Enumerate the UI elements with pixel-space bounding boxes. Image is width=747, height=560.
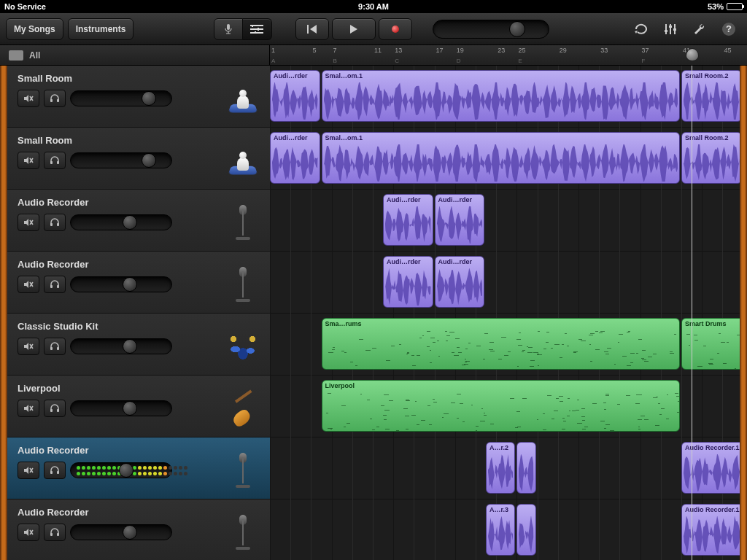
track-header[interactable]: Audio Recorder [7, 252, 270, 314]
volume-knob[interactable] [142, 153, 156, 168]
audio-region[interactable]: Audio Recorder.1 [681, 504, 740, 556]
region-label: Smart Drums [682, 319, 740, 329]
audio-region[interactable]: Audi…rder [435, 194, 485, 246]
rewind-button[interactable] [295, 18, 329, 40]
audio-region[interactable]: Small Room.2 [681, 70, 740, 122]
svg-line-44 [30, 530, 33, 534]
loop-button[interactable] [629, 18, 654, 40]
volume-knob[interactable] [119, 463, 133, 478]
record-button[interactable] [379, 18, 412, 40]
help-icon: ? [721, 22, 736, 36]
settings-button[interactable] [687, 18, 712, 40]
audio-region[interactable]: A…r.2 [486, 442, 515, 494]
track-header[interactable]: Small Room [7, 66, 270, 128]
audio-region[interactable]: Smal…om.1 [322, 70, 681, 122]
midi-region[interactable]: Liverpool [322, 380, 681, 432]
midi-region[interactable]: Smart Drums [681, 318, 740, 370]
region-label: Small Room.2 [682, 71, 740, 81]
track-header[interactable]: Small Room [7, 128, 270, 190]
solo-button[interactable] [44, 152, 66, 169]
solo-button[interactable] [44, 214, 66, 231]
section-marker: B [333, 58, 337, 64]
audio-region[interactable]: Small Room.2 [681, 132, 740, 184]
headphones-icon [50, 466, 60, 475]
timeline-area[interactable]: Audi…rderSmal…om.1Small Room.2Audi…rderS… [270, 66, 740, 560]
midi-region[interactable]: Sma…rums [322, 318, 681, 370]
svg-rect-25 [50, 223, 53, 226]
mute-button[interactable] [18, 276, 39, 293]
solo-button[interactable] [44, 400, 66, 417]
track-volume-slider[interactable] [70, 152, 172, 168]
volume-knob[interactable] [123, 277, 137, 292]
mute-button[interactable] [18, 214, 39, 231]
mute-button[interactable] [18, 90, 39, 107]
main-toolbar: My Songs Instruments ? [0, 13, 747, 45]
audio-region[interactable]: Audio Recorder.1 [681, 442, 740, 494]
audio-region[interactable]: Audi…rder [270, 70, 320, 122]
track-volume-slider[interactable] [70, 276, 172, 292]
track-header[interactable]: Audio Recorder [7, 499, 270, 560]
svg-line-15 [30, 96, 33, 101]
region-label: Audio Recorder.1 [682, 443, 740, 453]
track-volume-slider[interactable] [70, 214, 172, 230]
volume-knob[interactable] [123, 339, 137, 354]
svg-rect-41 [50, 471, 53, 474]
mute-button[interactable] [18, 338, 39, 355]
audio-region[interactable]: A…r.3 [486, 504, 515, 556]
timeline-ruler[interactable]: 1571113171923252933374145ABCDEF [270, 45, 747, 65]
master-volume-slider[interactable] [433, 20, 549, 39]
vocalist-icon [227, 82, 259, 114]
instrument-view-button[interactable] [214, 18, 243, 40]
svg-rect-3 [250, 32, 263, 34]
track-lane[interactable] [270, 252, 740, 314]
track-volume-slider[interactable] [70, 90, 172, 106]
track-volume-slider[interactable] [70, 462, 172, 478]
svg-line-43 [30, 530, 33, 534]
solo-button[interactable] [44, 90, 66, 107]
ruler-bar-19: 19 [457, 47, 464, 54]
track-header[interactable]: Audio Recorder [7, 438, 270, 499]
svg-line-31 [30, 344, 33, 349]
help-button[interactable]: ? [716, 18, 741, 40]
audio-region[interactable]: Audi…rder [270, 132, 320, 184]
tracks-view-button[interactable] [243, 18, 272, 40]
track-volume-slider[interactable] [70, 400, 172, 416]
instruments-button[interactable]: Instruments [68, 18, 134, 40]
volume-knob[interactable] [123, 401, 137, 416]
battery-percent: 53% [708, 2, 724, 11]
track-volume-slider[interactable] [70, 338, 172, 354]
audio-region[interactable] [516, 504, 535, 556]
track-header[interactable]: Audio Recorder [7, 190, 270, 252]
solo-button[interactable] [44, 276, 66, 293]
volume-knob[interactable] [123, 525, 137, 540]
mixer-button[interactable] [658, 18, 683, 40]
audio-region[interactable]: Audi…rder [435, 256, 485, 308]
ruler-bar-5: 5 [312, 47, 316, 54]
solo-button[interactable] [44, 524, 66, 541]
region-label [517, 443, 535, 446]
svg-rect-5 [258, 28, 259, 31]
master-volume-knob[interactable] [509, 21, 525, 37]
solo-button[interactable] [44, 338, 66, 355]
mute-button[interactable] [18, 400, 39, 417]
sections-icon[interactable] [9, 50, 23, 61]
audio-region[interactable]: Smal…om.1 [322, 132, 681, 184]
track-header[interactable]: Classic Studio Kit [7, 314, 270, 376]
solo-button[interactable] [44, 462, 66, 479]
play-button[interactable] [332, 18, 376, 40]
filter-all-label[interactable]: All [29, 50, 40, 61]
audio-region[interactable]: Audi…rder [383, 194, 433, 246]
my-songs-button[interactable]: My Songs [6, 18, 63, 40]
waveform [272, 144, 318, 182]
track-volume-slider[interactable] [70, 524, 172, 540]
audio-region[interactable] [516, 442, 535, 494]
mute-button[interactable] [18, 524, 39, 541]
track-lane[interactable] [270, 190, 740, 252]
volume-knob[interactable] [123, 215, 137, 230]
volume-knob[interactable] [142, 91, 156, 106]
mute-icon [23, 218, 34, 227]
track-header[interactable]: Liverpool [7, 376, 270, 438]
audio-region[interactable]: Audi…rder [383, 256, 433, 308]
mute-button[interactable] [18, 152, 39, 169]
mute-button[interactable] [18, 462, 39, 479]
